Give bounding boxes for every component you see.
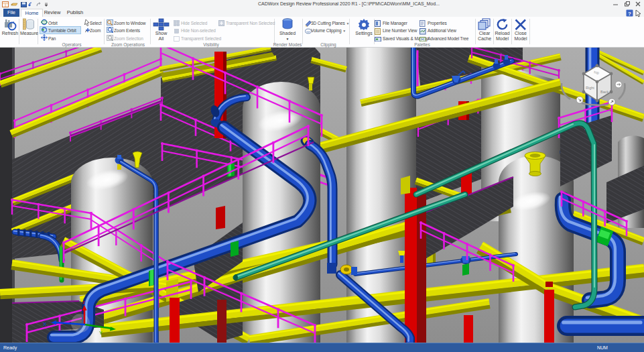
svg-text:?: ?	[628, 11, 631, 17]
svg-text:z: z	[82, 300, 85, 304]
svg-text:Y: Y	[99, 331, 103, 335]
svg-text:Back: Back	[600, 90, 608, 94]
svg-text:X: X	[43, 321, 47, 327]
svg-text:Right: Right	[586, 86, 594, 90]
